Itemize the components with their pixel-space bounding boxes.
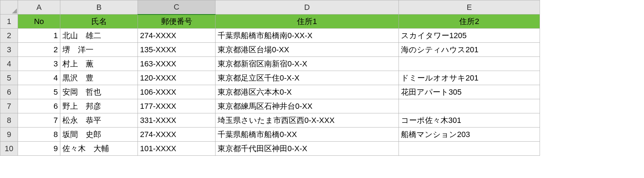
cell-name[interactable]: 野上 邦彦: [60, 99, 138, 113]
cell-name[interactable]: 黒沢 豊: [60, 71, 138, 85]
row-header-10[interactable]: 10: [0, 142, 18, 156]
cell-addr2[interactable]: [399, 57, 540, 71]
cell-addr1[interactable]: 東京都千代田区神田0-X-X: [215, 142, 399, 156]
col-header-D[interactable]: D: [215, 0, 399, 14]
table-row: 7 6 野上 邦彦 177-XXXX 東京都練馬区石神井台0-XX: [0, 99, 540, 113]
cell-addr1[interactable]: 千葉県船橋市船橋南0-XX-X: [215, 29, 399, 43]
cell-addr2[interactable]: 花田アパート305: [399, 85, 540, 99]
cell-addr2[interactable]: 船橋マンション203: [399, 127, 540, 142]
header-addr1[interactable]: 住所1: [215, 14, 399, 29]
table-row: 6 5 安岡 哲也 106-XXXX 東京都港区六本木0-X 花田アパート305: [0, 85, 540, 99]
row-header-8[interactable]: 8: [0, 113, 18, 127]
header-no[interactable]: No: [18, 14, 60, 29]
table-row: 9 8 坂間 史郎 274-XXXX 千葉県船橋市船橋0-XX 船橋マンション2…: [0, 127, 540, 142]
cell-addr1[interactable]: 東京都新宿区南新宿0-X-X: [215, 57, 399, 71]
col-header-A[interactable]: A: [18, 0, 60, 14]
cell-no[interactable]: 5: [18, 85, 60, 99]
header-addr2[interactable]: 住所2: [399, 14, 540, 29]
cell-zip[interactable]: 120-XXXX: [138, 71, 215, 85]
cell-zip[interactable]: 274-XXXX: [138, 127, 215, 142]
header-name[interactable]: 氏名: [60, 14, 138, 29]
cell-addr2[interactable]: [399, 99, 540, 113]
row-header-2[interactable]: 2: [0, 29, 18, 43]
col-header-C[interactable]: C: [138, 0, 215, 14]
row-header-7[interactable]: 7: [0, 99, 18, 113]
row-header-4[interactable]: 4: [0, 57, 18, 71]
cell-name[interactable]: 松永 恭平: [60, 113, 138, 127]
cell-no[interactable]: 2: [18, 43, 60, 57]
cell-no[interactable]: 1: [18, 29, 60, 43]
cell-addr2[interactable]: 海のシティハウス201: [399, 43, 540, 57]
row-header-5[interactable]: 5: [0, 71, 18, 85]
cell-no[interactable]: 8: [18, 127, 60, 142]
cell-zip[interactable]: 101-XXXX: [138, 142, 215, 156]
spreadsheet-grid[interactable]: A B C D E 1 No 氏名 郵便番号 住所1 住所2 2 1 北山 雄二…: [0, 0, 540, 156]
table-row: 5 4 黒沢 豊 120-XXXX 東京都足立区千住0-X-X ドミールオオサキ…: [0, 71, 540, 85]
table-row: 10 9 佐々木 大輔 101-XXXX 東京都千代田区神田0-X-X: [0, 142, 540, 156]
cell-name[interactable]: 堺 洋一: [60, 43, 138, 57]
cell-zip[interactable]: 163-XXXX: [138, 57, 215, 71]
cell-name[interactable]: 安岡 哲也: [60, 85, 138, 99]
cell-name[interactable]: 坂間 史郎: [60, 127, 138, 142]
cell-addr1[interactable]: 東京都練馬区石神井台0-XX: [215, 99, 399, 113]
col-header-B[interactable]: B: [60, 0, 138, 14]
cell-zip[interactable]: 106-XXXX: [138, 85, 215, 99]
cell-no[interactable]: 3: [18, 57, 60, 71]
row-header-6[interactable]: 6: [0, 85, 18, 99]
cell-addr1[interactable]: 埼玉県さいたま市西区西0-X-XXX: [215, 113, 399, 127]
header-zip[interactable]: 郵便番号: [138, 14, 215, 29]
cell-zip[interactable]: 177-XXXX: [138, 99, 215, 113]
row-header-3[interactable]: 3: [0, 43, 18, 57]
cell-zip[interactable]: 274-XXXX: [138, 29, 215, 43]
cell-addr2[interactable]: コーポ佐々木301: [399, 113, 540, 127]
cell-addr1[interactable]: 東京都港区台場0-XX: [215, 43, 399, 57]
cell-no[interactable]: 6: [18, 99, 60, 113]
cell-name[interactable]: 北山 雄二: [60, 29, 138, 43]
table-row: 4 3 村上 薫 163-XXXX 東京都新宿区南新宿0-X-X: [0, 57, 540, 71]
cell-addr2[interactable]: スカイタワー1205: [399, 29, 540, 43]
cell-name[interactable]: 村上 薫: [60, 57, 138, 71]
cell-name[interactable]: 佐々木 大輔: [60, 142, 138, 156]
table-row: 3 2 堺 洋一 135-XXXX 東京都港区台場0-XX 海のシティハウス20…: [0, 43, 540, 57]
table-row: 2 1 北山 雄二 274-XXXX 千葉県船橋市船橋南0-XX-X スカイタワ…: [0, 29, 540, 43]
cell-addr2[interactable]: ドミールオオサキ201: [399, 71, 540, 85]
cell-addr1[interactable]: 東京都港区六本木0-X: [215, 85, 399, 99]
cell-no[interactable]: 4: [18, 71, 60, 85]
row-header-1[interactable]: 1: [0, 14, 18, 29]
cell-zip[interactable]: 331-XXXX: [138, 113, 215, 127]
cell-zip[interactable]: 135-XXXX: [138, 43, 215, 57]
cell-no[interactable]: 7: [18, 113, 60, 127]
cell-addr1[interactable]: 東京都足立区千住0-X-X: [215, 71, 399, 85]
row-header-9[interactable]: 9: [0, 127, 18, 142]
cell-addr2[interactable]: [399, 142, 540, 156]
table-row: 8 7 松永 恭平 331-XXXX 埼玉県さいたま市西区西0-X-XXX コー…: [0, 113, 540, 127]
cell-no[interactable]: 9: [18, 142, 60, 156]
cell-addr1[interactable]: 千葉県船橋市船橋0-XX: [215, 127, 399, 142]
col-header-E[interactable]: E: [399, 0, 540, 14]
select-all-corner[interactable]: [0, 0, 18, 14]
